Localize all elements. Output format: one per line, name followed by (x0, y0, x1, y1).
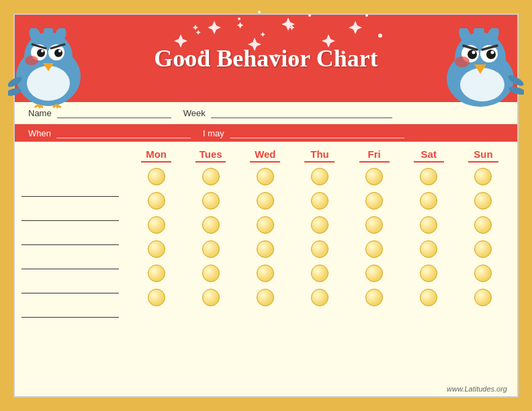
dot-1-7 (474, 168, 492, 185)
dot-1-3 (257, 168, 274, 185)
dot-4-4 (311, 240, 328, 258)
dot-2-4 (311, 192, 328, 210)
dot-4-6 (420, 240, 437, 258)
day-header-sat: Sat (405, 148, 452, 163)
day-header-mon: Mon (133, 148, 180, 163)
day-header-thu: Thu (296, 148, 343, 163)
dot-3-6 (420, 216, 437, 234)
week-input-line (211, 107, 392, 118)
behavior-line-6 (21, 295, 119, 318)
day-header-fri: Fri (351, 148, 398, 163)
behavior-line-5 (21, 271, 119, 293)
svg-point-50 (468, 50, 477, 59)
when-row: When I may (15, 124, 517, 142)
dot-2-6 (420, 192, 437, 210)
dot-4-1 (148, 240, 165, 258)
dots-row-4 (129, 238, 511, 261)
svg-point-7 (41, 50, 44, 52)
dot-6-2 (202, 289, 220, 306)
days-grid: Mon Tues Wed Thu Fri (129, 148, 511, 318)
dot-4-5 (365, 240, 383, 258)
behavior-line-4 (21, 246, 119, 269)
behavior-line-3 (21, 222, 119, 245)
dots-row-2 (129, 189, 511, 212)
svg-marker-32 (237, 22, 244, 29)
dot-3-7 (474, 216, 492, 234)
dot-1-5 (365, 168, 383, 185)
dot-1-4 (311, 168, 328, 185)
footer: www.Latitudes.org (447, 385, 507, 393)
dot-2-1 (148, 192, 165, 210)
dot-6-1 (148, 289, 165, 306)
dot-6-5 (365, 289, 383, 306)
dots-row-5 (129, 262, 511, 285)
dots-rows (129, 165, 511, 309)
svg-point-8 (58, 50, 61, 52)
dot-4-2 (202, 240, 220, 258)
when-label: When (28, 128, 51, 138)
svg-marker-27 (281, 17, 295, 31)
behavior-line-1 (21, 174, 119, 197)
dot-3-1 (148, 216, 165, 234)
header: Good Behavior Chart (15, 15, 517, 102)
bird-right (437, 28, 524, 109)
dot-3-3 (257, 216, 274, 234)
dot-6-3 (257, 289, 274, 306)
dot-2-7 (474, 192, 492, 210)
svg-point-52 (472, 51, 476, 54)
dot-1-2 (202, 168, 220, 185)
svg-point-40 (365, 14, 368, 17)
svg-marker-30 (193, 25, 198, 30)
svg-marker-31 (196, 30, 201, 35)
svg-point-47 (460, 68, 504, 101)
dots-row-6 (129, 286, 511, 309)
day-header-sun: Sun (459, 148, 506, 163)
header-title: Good Behavior Chart (154, 44, 378, 73)
day-header-tues: Tues (187, 148, 234, 163)
week-label: Week (183, 108, 206, 118)
dot-1-1 (148, 168, 165, 185)
svg-point-38 (308, 14, 311, 17)
dot-2-5 (365, 192, 383, 210)
behavior-line-2 (21, 198, 119, 221)
dot-5-5 (365, 265, 383, 282)
dot-1-6 (420, 168, 437, 185)
imay-input-line (230, 128, 404, 138)
dot-5-4 (311, 265, 328, 282)
dot-5-1 (148, 265, 165, 282)
dot-6-4 (311, 289, 328, 306)
svg-point-42 (258, 11, 261, 13)
dots-row-3 (129, 214, 511, 236)
dots-row-1 (129, 165, 511, 188)
svg-point-44 (378, 34, 382, 38)
dot-4-3 (257, 240, 274, 258)
dot-4-7 (474, 240, 492, 258)
dot-5-6 (420, 265, 437, 282)
svg-point-5 (37, 49, 45, 57)
dot-3-5 (365, 216, 383, 234)
chart-area: Mon Tues Wed Thu Fri (15, 142, 517, 321)
day-header-wed: Wed (242, 148, 289, 163)
dot-5-3 (257, 265, 274, 282)
name-input-line (57, 107, 171, 118)
svg-point-12 (25, 56, 38, 65)
when-input-line (56, 128, 191, 138)
footer-text: www.Latitudes.org (447, 385, 507, 393)
dot-2-2 (202, 192, 220, 210)
imay-label: I may (203, 128, 224, 138)
svg-point-51 (486, 50, 496, 59)
dot-6-6 (420, 289, 437, 306)
bird-left (8, 28, 89, 109)
svg-point-36 (238, 17, 240, 20)
dot-6-7 (474, 289, 492, 306)
svg-point-6 (54, 49, 62, 57)
page: Good Behavior Chart (13, 13, 519, 398)
dot-5-7 (474, 265, 492, 282)
dot-3-2 (202, 216, 220, 234)
behavior-labels (21, 148, 129, 318)
dot-3-4 (311, 216, 328, 234)
svg-point-53 (491, 51, 494, 54)
days-header: Mon Tues Wed Thu Fri (129, 148, 511, 163)
svg-point-57 (455, 56, 470, 67)
svg-marker-29 (349, 21, 362, 34)
